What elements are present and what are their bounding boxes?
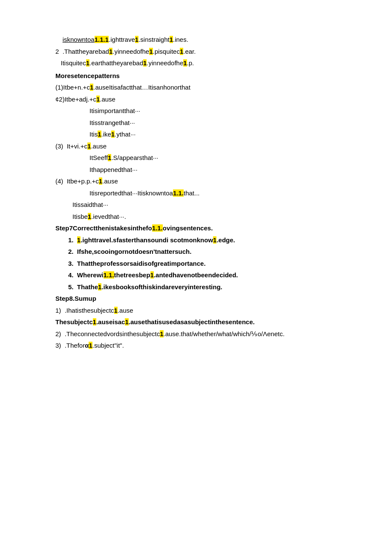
- step7-item4: 4. Wherewi1.1.thetreesbep1.antedhavenotb…: [68, 270, 349, 281]
- section-more-patterns: Moresetencepatterns: [55, 70, 349, 81]
- step7-item3: 3. Thattheprofessorsaidisofgreatimportan…: [68, 258, 349, 269]
- pattern-2b: Itisstrangethat···: [89, 117, 349, 128]
- pattern-3: (3) It+vi.+c1.ause: [55, 141, 349, 152]
- step7-title: Step7Correctthenistakesinthefo1.1.ovings…: [55, 223, 349, 234]
- pattern-2c: Itis1.ike1.ythat···: [89, 129, 349, 140]
- pattern-4c: Itisbe1.ievedthat···.: [72, 211, 349, 222]
- step7-item1: 1. 1.ighttravel.sfasterthansoundi scotmo…: [68, 235, 349, 246]
- pattern-4a: Itisreportedthat···Itisknowntoa1.1.that.…: [89, 188, 349, 199]
- pattern-3a: ItSeeff1.S/appearsthat···: [89, 152, 349, 163]
- pattern-4: (4) Itbe+p.p.+c1.ause: [55, 176, 349, 187]
- line-2: 2 .Thattheyarebad1.yinneedofhe1.pisquite…: [55, 46, 349, 57]
- line-3: Itisquitec1.earthattheyarebad1.yinneedof…: [55, 58, 349, 69]
- step8-item2: 2) .Theconnectedvordsinthesubjectc1.ause…: [55, 328, 349, 340]
- step8-title: Step8.Sumup: [55, 293, 349, 304]
- step7-item2: 2. Ifshe,scooingornotdoesn'tnattersuch.: [68, 246, 349, 257]
- main-content: isknowntoa1.1.1.ighttrave1.sinstraight1.…: [55, 34, 349, 351]
- pattern-4b: Itissaidthat···: [72, 199, 349, 210]
- step7-item5: 5. Thathe1.ikesbooksofthiskindareveryint…: [68, 282, 349, 293]
- pattern-2a: Itisimportantthat···: [89, 105, 349, 116]
- step8-item3: 3) .Theforα1.subject"it".: [55, 340, 349, 351]
- step8-item1: 1) .Ihatisthesubjectc1.ause: [55, 305, 349, 316]
- pattern-1: (1)Itbe+n.+c1.auseItisafactthat…Itisanho…: [55, 82, 349, 93]
- pattern-2: ¢2)Itbe+adj.+c1.ause: [55, 94, 349, 105]
- pattern-3b: Ithappenedthat···: [89, 164, 349, 175]
- line-1: isknowntoa1.1.1.ighttrave1.sinstraight1.…: [55, 34, 349, 45]
- step8-desc1: Thesubjectc1.auseisac1.ausethatisusedasa…: [55, 317, 349, 328]
